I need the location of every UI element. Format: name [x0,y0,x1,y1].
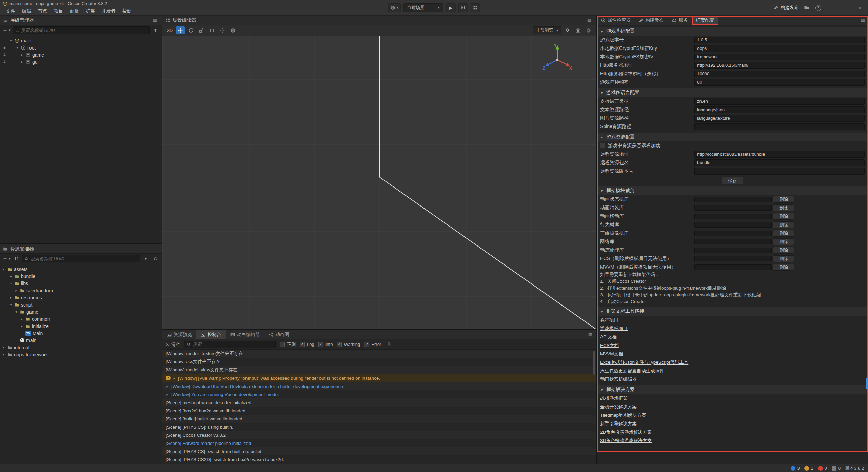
build-publish-button[interactable]: 构建发布 [774,5,799,11]
section-collapse-icon[interactable]: ▾ [600,91,604,95]
lock-icon[interactable] [3,53,6,57]
delete-module-button[interactable]: 删除 [773,247,794,254]
minimize-button[interactable] [829,3,841,13]
section-solutions[interactable]: ▾ 框架解决方案 [597,385,868,394]
asset-file-main-scene[interactable]: main [0,337,162,344]
scene-light-toggle-button[interactable] [563,26,572,34]
step-button[interactable] [458,3,468,12]
filter-info[interactable]: Info [318,342,333,347]
expand-arrow-icon[interactable]: ▾ [9,281,13,285]
rotate-tool-button[interactable] [186,26,195,34]
delete-module-button[interactable]: 删除 [773,221,794,228]
solution-link-guide[interactable]: 新手引导解决方案 [600,421,637,427]
section-collapse-icon[interactable]: ▾ [600,189,604,193]
solution-link-tiledmap[interactable]: Tiledmap地图解决方案 [600,412,646,418]
expand-log-arrow-icon[interactable]: ▸ [166,393,169,396]
delete-module-button[interactable]: 删除 [773,213,794,220]
solution-link-fullstack[interactable]: 全栈开发解决方案 [600,404,637,410]
http-server-input[interactable] [694,62,865,69]
menu-node[interactable]: 节点 [35,8,51,14]
layout-button[interactable] [470,3,480,12]
assets-menu-button[interactable] [151,245,159,253]
log-row[interactable]: [Scene] [PHYSICS]: using builtin. [162,423,596,431]
info-checkbox[interactable] [318,342,323,347]
section-collapse-icon[interactable]: ▾ [600,310,604,313]
regex-toggle[interactable]: 正则 [280,341,296,348]
asset-file-main-ts[interactable]: TS Main [0,330,162,337]
log-row-info[interactable]: [Scene] Forward render pipeline initiali… [162,439,596,447]
inspector-menu-button[interactable] [859,17,867,24]
remote-url-input[interactable] [694,151,865,158]
tab-animation-editor[interactable]: 动画编辑器 [226,330,264,339]
tab-property-inspector[interactable]: 属性检查器 [597,16,635,25]
log-row-warning[interactable]: ! ▸ [Window] [Vue warn]: Property "onInp… [162,374,596,382]
world-local-toggle-button[interactable] [229,26,237,34]
collapse-arrow-icon[interactable]: ▸ [14,289,18,292]
scene-camera-button[interactable] [574,26,583,34]
asset-folder-resources[interactable]: ▸ resources [0,294,162,301]
menu-file[interactable]: 文件 [3,8,19,14]
log-count-badge[interactable]: 3 [791,466,800,471]
collapse-arrow-icon[interactable]: ▸ [20,317,24,321]
section-collapse-icon[interactable]: ▾ [600,388,604,392]
collapse-arrow-icon[interactable]: ▸ [20,60,24,64]
menu-developer[interactable]: 开发者 [98,8,119,14]
menu-panel[interactable]: 面板 [66,8,82,14]
asset-folder-script[interactable]: ▾ script [0,301,162,308]
tab-build-publish[interactable]: 构建发布 [635,16,668,25]
section-doc-links[interactable]: ▾ 框架文档工具链接 [597,307,868,316]
doc-link-api[interactable]: API文档 [600,334,617,340]
orientation-gizmo[interactable]: Y X Z [540,41,575,76]
menu-project[interactable]: 项目 [51,8,66,14]
export-log-button[interactable] [385,341,393,348]
collapse-arrow-icon[interactable]: ▸ [2,353,6,356]
hierarchy-search-input[interactable] [21,28,147,33]
menu-extension[interactable]: 扩展 [82,8,98,14]
doc-link-ecs[interactable]: ECS文档 [600,342,619,349]
spine-path-input[interactable] [694,123,865,130]
doc-link-animator-editor[interactable]: 动画状态机编辑器 [600,376,637,382]
asset-db-internal[interactable]: ▸ internal [0,344,162,351]
log-row[interactable]: [Scene] meshopt wasm decoder initialized [162,398,596,407]
scene-settings-button[interactable] [584,26,593,34]
delete-module-button[interactable]: 删除 [773,196,794,203]
warning-checkbox[interactable] [337,342,342,347]
log-row[interactable]: [Window] render_texture文件夹不存在 [162,350,596,358]
menu-help[interactable]: 帮助 [119,8,135,14]
language-texture-path-input[interactable] [694,115,865,122]
section-language[interactable]: ▾ 游戏多语言配置 [597,88,868,97]
collapse-arrow-icon[interactable]: ▸ [2,346,6,349]
log-row[interactable]: [Scene] Cocos Creator v3.8.2 [162,431,596,439]
collapse-arrow-icon[interactable]: ▸ [9,296,13,299]
lock-icon[interactable] [3,60,6,64]
asset-db-oops-framework[interactable]: ▸ oops-framework [0,351,162,358]
doc-link-template[interactable]: 游戏模板项目 [600,326,628,332]
scale-tool-button[interactable] [197,26,206,34]
hierarchy-node-root[interactable]: ▾ root [0,44,162,51]
log-checkbox[interactable] [300,342,305,347]
hierarchy-node-game[interactable]: ▸ game [0,51,162,58]
crypto-iv-input[interactable] [694,54,865,60]
collapse-arrow-icon[interactable]: ▸ [9,274,13,278]
assets-search-input[interactable] [31,256,137,261]
inspector-scrollbar[interactable] [866,378,868,389]
log-row[interactable]: [Scene] [PHYSICS]: switch from builtin t… [162,447,596,455]
languages-input[interactable] [694,98,865,105]
view-mode-select[interactable]: 正常浏览 ▾ [533,26,561,34]
create-asset-button[interactable]: ▾ [3,255,11,262]
asset-refresh-button[interactable] [152,255,159,262]
error-checkbox[interactable] [364,342,369,347]
asset-sort-button[interactable] [13,255,20,262]
expand-arrow-icon[interactable]: ▾ [14,310,18,314]
remote-version-input[interactable] [694,168,865,175]
preview-platform-button[interactable]: ▾ [388,3,401,12]
hierarchy-filter-button[interactable] [152,26,159,34]
scene-viewport[interactable]: Y X Z [162,36,596,329]
log-row[interactable]: [Scene] [box2d]:box2d wasm lib loaded. [162,407,596,415]
expand-arrow-icon[interactable]: ▾ [9,39,13,42]
rect-tool-button[interactable] [208,26,216,34]
hierarchy-menu-button[interactable] [151,17,159,24]
section-collapse-icon[interactable]: ▾ [600,29,604,33]
delete-module-button[interactable]: 删除 [773,264,794,271]
error-count-badge[interactable]: 0 [818,466,827,471]
